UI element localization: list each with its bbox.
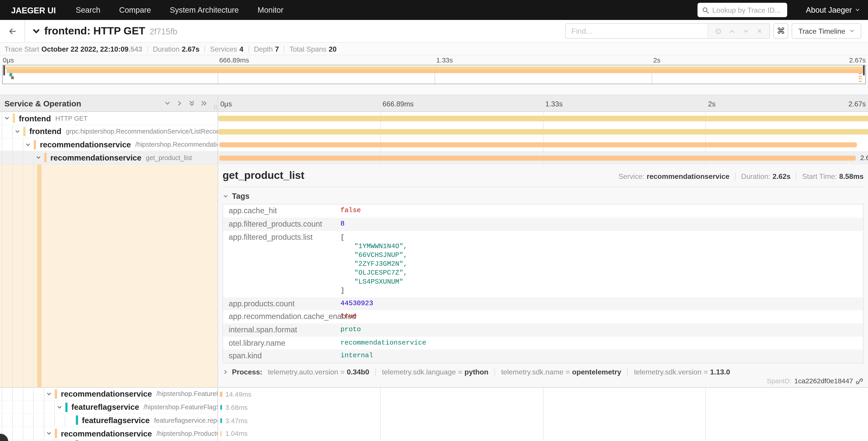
nav-item-compare[interactable]: Compare [119,5,151,14]
span-service-name: recommendationservice [40,140,131,149]
minimap-left-scrub-handle[interactable] [3,65,5,76]
span-bar[interactable] [220,392,222,397]
service-color-bar [55,429,57,438]
process-section-toggle[interactable]: Process: telemetry.auto.version = 0.34b0… [222,368,864,376]
minimap-right-scrub-handle[interactable] [863,65,865,76]
minimap-span-featureflag [9,73,12,76]
column-resizer-handle[interactable] [214,105,217,110]
span-bar[interactable] [220,405,222,410]
tag-value: recommendationservice [341,339,426,347]
tag-row: app.filtered_products.count 8 [223,217,863,231]
trace-lookup-input[interactable] [712,6,783,14]
span-bar[interactable] [218,116,868,121]
detail-row-left-accent [0,165,217,388]
minimap-canvas[interactable] [2,65,866,84]
copy-link-icon[interactable] [856,377,863,385]
span-timeline-cell: 2.62s [217,151,868,165]
span-timeline-cell: 3.47ms [217,414,868,427]
span-row-selected: recommendationservice get_product_list 2… [0,151,868,165]
minimap-span-late [859,73,862,75]
row-collapse-chevron[interactable] [12,125,23,138]
span-duration-label: 2.62s [860,154,868,162]
nav-item-search[interactable]: Search [76,5,100,14]
column-divider[interactable] [217,95,218,441]
tag-key: app.filtered_products.list [228,233,340,241]
expand-all-double-chevron-right-icon[interactable] [200,99,208,107]
tags-section-toggle[interactable]: Tags [222,192,864,201]
trace-lookup-box[interactable] [698,3,787,17]
back-button[interactable] [0,20,25,42]
span-name-cell[interactable]: recommendationservice get_product_list [0,151,217,165]
chevron-down-icon [855,7,860,13]
collapse-one-chevron-down-icon[interactable] [164,99,171,107]
detail-start-value: 8.58ms [839,172,864,181]
prev-result-chevron-up-icon[interactable] [728,27,736,35]
row-collapse-chevron[interactable] [54,401,65,414]
row-collapse-chevron[interactable] [33,151,44,164]
detail-service-label: Service: [618,172,645,181]
span-name-cell[interactable]: recommendationservice /hipstershop.Recom… [0,138,217,151]
span-name-cell[interactable]: frontend HTTP GET [0,112,217,125]
tags-table: app.cache_hit false app.filtered_product… [222,204,864,363]
span-service-name: frontend [19,114,51,123]
span-name-cell[interactable]: recommendationservice /hipstershop.Featu… [0,388,217,401]
trace-minimap: 0μs 666.89ms 1.33s 2s 2.67s [0,56,868,95]
minimap-span-late [859,76,862,77]
service-operation-title: Service & Operation [4,99,81,108]
clear-find-x-icon[interactable] [756,28,763,34]
span-operation-name: /hipstershop.FeatureFlagService/Ge… [144,403,218,411]
next-result-chevron-down-icon[interactable] [742,27,750,35]
span-detail-panel: get_product_list Service: recommendation… [218,165,868,388]
timeline-tick: 1.33s [545,99,563,108]
focus-target-icon[interactable] [715,27,722,35]
span-row: frontend grpc.hipstershop.Recommendation… [0,125,868,138]
span-name-cell[interactable]: featureflagservice /hipstershop.FeatureF… [0,401,217,414]
row-collapse-chevron[interactable] [44,388,54,401]
detail-start-label: Start Time: [802,172,837,181]
service-color-bar [55,389,57,399]
search-icon [702,6,709,13]
span-bar[interactable] [218,129,868,134]
span-bar[interactable] [219,142,857,147]
row-indent [65,414,75,427]
row-collapse-chevron[interactable] [23,138,33,151]
duration-label: Duration [153,45,180,53]
collapse-all-double-chevron-down-icon[interactable] [188,99,195,107]
trace-view-selector[interactable]: Trace Timeline [792,23,862,39]
span-id-value: 1ca2262df0e18447 [794,377,853,385]
minimap-span-late [859,78,862,80]
span-duration-label: 3.68ms [225,404,248,411]
process-value: 0.34b0 [347,368,369,376]
nav-item-monitor[interactable]: Monitor [257,5,283,14]
service-operation-header: Service & Operation [0,95,217,111]
process-key: telemetry.sdk.language [382,368,456,376]
nav-item-system-architecture[interactable]: System Architecture [170,5,239,14]
span-name-cell[interactable]: frontend grpc.hipstershop.Recommendation… [0,125,217,138]
tag-value-list: ["1YMWWN1N4O","66VCHSJNUP","2ZYFJ3GM2N",… [341,233,407,295]
span-bar[interactable] [219,155,856,160]
tag-row: app.products.count 44530923 [223,297,863,311]
span-name-cell[interactable]: recommendationservice /hipstershop.Produ… [0,427,217,440]
span-row: frontend HTTP GET [0,112,868,125]
span-operation-name: HTTP GET [56,115,88,122]
span-bar[interactable] [220,418,222,423]
tag-key: internal.span.format [228,326,340,334]
keyboard-shortcuts-button[interactable]: ⌘ [773,23,788,39]
row-collapse-chevron[interactable] [44,427,54,440]
process-value: 1.13.0 [710,368,730,376]
span-name-cell[interactable] [0,440,217,441]
span-name-cell[interactable]: featureflagservice featureflagservice.re… [0,414,217,427]
find-input[interactable] [566,24,708,38]
services-label: Services [210,45,237,53]
depth-value: 7 [275,45,279,53]
span-bar[interactable] [220,431,221,436]
span-timeline-cell [217,112,868,125]
span-id-label: SpanID: [767,377,792,385]
expand-one-chevron-right-icon[interactable] [176,99,183,107]
about-jaeger-menu[interactable]: About Jaeger [806,5,860,14]
collapse-trace-chevron[interactable] [31,26,41,36]
timeline-header: Service & Operation 0μs 666.89ms 1.33s 2… [0,95,868,112]
app-logo[interactable]: JAEGER UI [11,5,56,15]
detail-duration-label: Duration: [741,172,770,181]
row-collapse-chevron[interactable] [2,112,12,125]
